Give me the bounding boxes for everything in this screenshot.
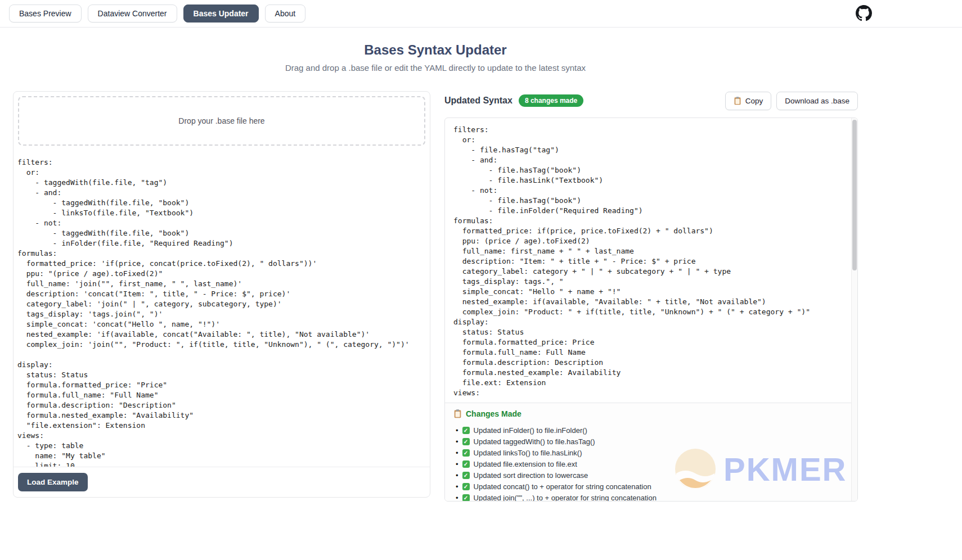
main-content: Bases Syntax Updater Drag and drop a .ba…: [0, 42, 871, 502]
clipboard-icon: [734, 97, 741, 105]
check-icon: [462, 449, 470, 457]
check-icon: [462, 483, 470, 490]
check-icon: [462, 472, 470, 479]
scrollbar-thumb[interactable]: [852, 120, 857, 270]
github-icon[interactable]: [855, 4, 873, 22]
clipboard-emoji-icon: [453, 409, 462, 418]
copy-button[interactable]: Copy: [725, 92, 772, 110]
changes-section: Changes Made Updated inFolder() to file.…: [445, 403, 857, 502]
output-header: Updated Syntax 8 changes made Copy: [444, 91, 858, 110]
changes-count-badge: 8 changes made: [519, 94, 583, 107]
top-navbar: Bases Preview Dataview Converter Bases U…: [0, 0, 962, 28]
changes-title: Changes Made: [466, 409, 522, 418]
page-title: Bases Syntax Updater: [0, 42, 871, 58]
download-button[interactable]: Download as .base: [776, 92, 858, 110]
tab-about[interactable]: About: [265, 4, 306, 22]
dropzone-label: Drop your .base file here: [178, 116, 264, 125]
change-item: Updated join("", ...) to + operator for …: [456, 492, 849, 502]
updated-yaml-output: filters: or: - file.hasTag("tag") - and:…: [445, 118, 857, 403]
check-icon: [462, 427, 470, 434]
change-item: Updated taggedWith() to file.hasTag(): [456, 436, 849, 447]
scrollbar-track[interactable]: [851, 118, 857, 501]
changes-list: Updated inFolder() to file.inFolder() Up…: [453, 424, 849, 502]
load-example-button[interactable]: Load Example: [18, 473, 88, 491]
output-title: Updated Syntax: [444, 96, 513, 106]
change-item: Updated file.extension to file.ext: [456, 458, 849, 469]
check-icon: [462, 494, 470, 502]
check-icon: [462, 438, 470, 445]
tab-bases-updater[interactable]: Bases Updater: [183, 4, 259, 22]
output-panel: Updated Syntax 8 changes made Copy: [444, 91, 858, 502]
yaml-editor[interactable]: filters: or: - taggedWith(file.file, "ta…: [14, 150, 430, 467]
check-icon: [462, 460, 470, 468]
input-panel-footer: Load Example: [14, 467, 430, 497]
tab-bases-preview[interactable]: Bases Preview: [9, 4, 82, 22]
file-dropzone[interactable]: Drop your .base file here: [18, 96, 425, 146]
change-item: Updated sort direction to lowercase: [456, 469, 849, 481]
input-panel: Drop your .base file here filters: or: -…: [13, 91, 430, 498]
page-subtitle: Drag and drop a .base file or edit the Y…: [0, 63, 871, 73]
change-item: Updated linksTo() to file.hasLink(): [456, 447, 849, 458]
change-item: Updated inFolder() to file.inFolder(): [456, 424, 849, 436]
output-scroll-area[interactable]: filters: or: - file.hasTag("tag") - and:…: [444, 118, 858, 502]
change-item: Updated concat() to + operator for strin…: [456, 481, 849, 492]
nav-tabs: Bases Preview Dataview Converter Bases U…: [9, 4, 305, 22]
copy-button-label: Copy: [745, 97, 763, 105]
tab-dataview-converter[interactable]: Dataview Converter: [88, 4, 177, 22]
